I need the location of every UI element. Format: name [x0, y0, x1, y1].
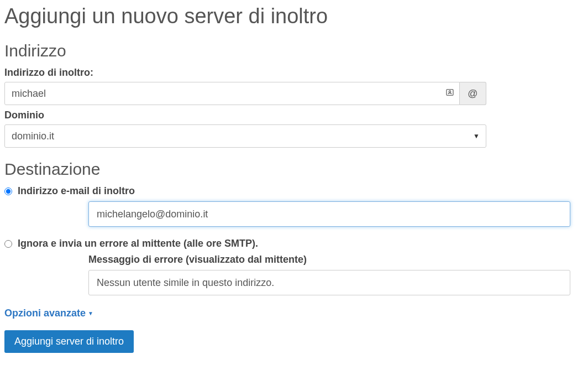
- section-title-destination: Destinazione: [4, 160, 584, 179]
- at-symbol-addon: @: [460, 82, 486, 105]
- svg-point-1: [449, 91, 450, 92]
- page-title: Aggiungi un nuovo server di inoltro: [4, 4, 584, 28]
- error-message-label: Messaggio di errore (visualizzato dal mi…: [88, 254, 570, 266]
- forward-email-wrap: [88, 201, 570, 227]
- caret-down-icon: ▼: [88, 310, 93, 316]
- radio-forward-row: Indirizzo e-mail di inoltro: [4, 185, 584, 197]
- radio-forward[interactable]: [4, 188, 12, 195]
- radio-ignore-row: Ignora e invia un errore al mittente (al…: [4, 238, 584, 249]
- advanced-options-toggle[interactable]: Opzioni avanzate ▼: [4, 308, 93, 319]
- domain-label: Dominio: [4, 110, 584, 121]
- forward-address-group: @: [4, 82, 486, 105]
- advanced-options-label: Opzioni avanzate: [4, 308, 86, 319]
- submit-button[interactable]: Aggiungi server di inoltro: [4, 330, 134, 353]
- radio-ignore[interactable]: [4, 240, 12, 248]
- radio-forward-label: Indirizzo e-mail di inoltro: [18, 185, 135, 197]
- forward-address-input[interactable]: [4, 82, 460, 105]
- domain-select-wrap: dominio.it ▼: [4, 124, 486, 148]
- forward-email-input[interactable]: [88, 201, 570, 227]
- radio-ignore-label: Ignora e invia un errore al mittente (al…: [18, 238, 258, 249]
- contact-card-icon: [445, 88, 454, 99]
- section-title-address: Indirizzo: [4, 41, 584, 60]
- forward-address-label: Indirizzo di inoltro:: [4, 67, 584, 79]
- error-message-input[interactable]: [88, 270, 570, 295]
- destination-section: Destinazione Indirizzo e-mail di inoltro…: [4, 160, 584, 295]
- address-section: Indirizzo Indirizzo di inoltro: @ Domini…: [4, 41, 584, 148]
- domain-select[interactable]: dominio.it: [4, 124, 486, 148]
- error-message-wrap: Messaggio di errore (visualizzato dal mi…: [88, 254, 570, 295]
